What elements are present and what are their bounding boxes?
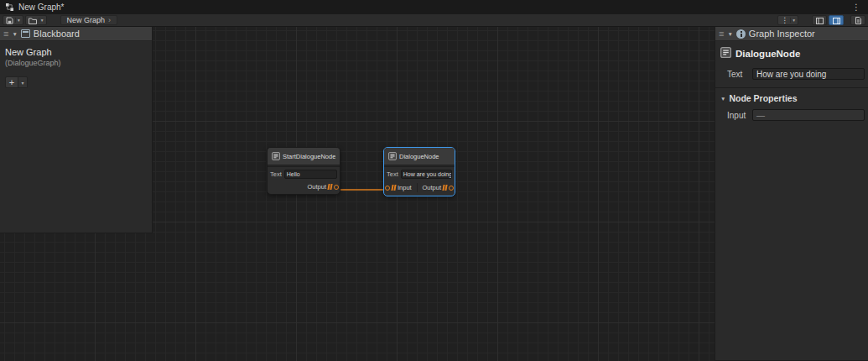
folder-icon [29, 13, 37, 28]
blackboard-icon [21, 29, 30, 38]
add-variable-dropdown-icon[interactable]: ▾ [18, 76, 28, 88]
blackboard-panel: ≡ ▼ Blackboard New Graph (DialogueGraph)… [0, 27, 153, 233]
graph-toolbar: ▾ ▾ New Graph › ⋮ ▾ [0, 14, 868, 27]
port-type-icon [328, 184, 332, 190]
text-property-label: Text [727, 70, 747, 79]
node-title-bar[interactable]: StartDialogueNode [268, 148, 340, 165]
text-property-row: Text How are you doing [715, 66, 868, 81]
node-properties-section-header[interactable]: ▼ Node Properties [715, 91, 868, 107]
overflow-dropdown-icon: ▾ [790, 18, 795, 23]
save-icon [6, 13, 13, 28]
window-menu-icon[interactable]: ⋮ [850, 3, 863, 12]
add-variable-row: + ▾ [5, 76, 147, 88]
input-port-connector[interactable] [385, 186, 390, 191]
node-title-bar[interactable]: DialogueNode [384, 148, 455, 165]
blackboard-toggle-icon [816, 13, 824, 28]
section-collapse-icon[interactable]: ▼ [720, 96, 725, 102]
doc-icon [855, 13, 861, 28]
output-port-connector[interactable] [334, 185, 339, 190]
text-field[interactable]: Hello [284, 170, 337, 179]
output-port-connector[interactable] [449, 186, 454, 191]
inspector-toggle-icon [833, 13, 840, 28]
blackboard-title: Blackboard [34, 29, 80, 39]
node-text-row: Text Hello [268, 167, 340, 180]
output-port[interactable]: Output [307, 183, 338, 191]
collapse-icon[interactable]: ▼ [727, 31, 732, 37]
output-port[interactable]: Output [422, 184, 453, 191]
info-icon [736, 29, 746, 39]
port-divider [417, 183, 418, 192]
text-field[interactable]: How are you doing [401, 170, 452, 179]
inspector-divider [715, 87, 868, 88]
editor-window: New Graph* ⋮ ▾ ▾ New Graph › [0, 0, 868, 361]
overflow-menu-button[interactable]: ⋮ ▾ [777, 15, 798, 25]
save-button[interactable]: ▾ [3, 15, 23, 25]
kebab-icon: ⋮ [781, 17, 788, 24]
text-property-input[interactable]: How are you doing [752, 68, 865, 80]
input-port-label: Input [398, 184, 412, 191]
section-title: Node Properties [729, 93, 797, 103]
node-port-row: Input Output [384, 180, 455, 196]
graph-canvas[interactable]: StartDialogueNode Text Hello Output [0, 27, 868, 361]
blackboard-body: New Graph (DialogueGraph) + ▾ [0, 41, 152, 94]
text-field-label: Text [387, 170, 398, 178]
drag-handle-icon[interactable]: ≡ [3, 29, 8, 39]
save-dropdown-icon[interactable]: ▾ [15, 18, 20, 23]
toggle-inspector-button[interactable] [829, 15, 844, 25]
inspector-title: Graph Inspector [749, 29, 815, 39]
node-dialogue[interactable]: DialogueNode Text How are you doing Inpu… [383, 147, 455, 196]
dialogue-node-icon [272, 149, 280, 164]
blackboard-header[interactable]: ≡ ▼ Blackboard [0, 27, 152, 41]
input-property-label: Input [727, 111, 747, 120]
graph-type: (DialogueGraph) [5, 59, 147, 67]
text-field-label: Text [270, 170, 282, 178]
load-button[interactable]: ▾ [25, 15, 47, 25]
dialogue-node-icon [720, 46, 731, 61]
breadcrumb-chevron-icon: › [108, 16, 111, 24]
breadcrumb-label: New Graph [67, 16, 106, 24]
input-port[interactable]: Input [386, 184, 412, 191]
toolbar-right-group: ⋮ ▾ [777, 15, 865, 25]
graph-app-icon [5, 3, 14, 12]
help-button[interactable] [850, 15, 865, 25]
window-titlebar: New Graph* ⋮ [0, 0, 868, 14]
node-title: StartDialogueNode [283, 153, 335, 160]
node-port-row: Output [268, 180, 340, 194]
window-title: New Graph* [18, 3, 64, 12]
graph-name: New Graph [5, 47, 147, 57]
drag-handle-icon[interactable]: ≡ [719, 29, 724, 39]
collapse-icon[interactable]: ▼ [12, 31, 17, 37]
input-property-field: — [752, 109, 865, 121]
load-dropdown-icon[interactable]: ▾ [39, 18, 44, 23]
port-type-icon [392, 185, 396, 191]
node-text-row: Text How are you doing [384, 167, 455, 180]
graph-inspector-panel: ≡ ▼ Graph Inspector DialogueNode Text Ho… [715, 27, 868, 361]
toolbar-left-group: ▾ ▾ New Graph › [3, 15, 117, 25]
node-start-dialogue[interactable]: StartDialogueNode Text Hello Output [267, 147, 340, 195]
dialogue-node-icon [388, 149, 397, 164]
port-type-icon [443, 185, 447, 191]
inspected-node-header: DialogueNode [715, 41, 868, 66]
toggle-blackboard-button[interactable] [812, 15, 827, 25]
inspector-header[interactable]: ≡ ▼ Graph Inspector [715, 27, 868, 41]
input-property-row: Input — [715, 107, 868, 123]
node-title: DialogueNode [399, 153, 439, 160]
output-port-label: Output [422, 184, 441, 191]
output-port-label: Output [307, 183, 326, 191]
asset-breadcrumb[interactable]: New Graph › [60, 15, 118, 25]
inspected-node-title: DialogueNode [735, 49, 800, 59]
add-variable-button[interactable]: + [5, 76, 18, 88]
